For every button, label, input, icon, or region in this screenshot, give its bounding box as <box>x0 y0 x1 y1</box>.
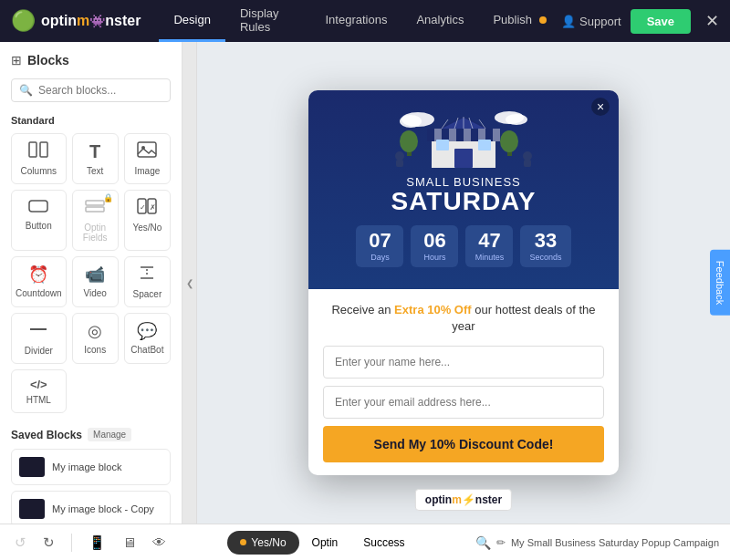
main-layout: ⊞ Blocks 🔍 Standard Columns T Text <box>0 42 730 524</box>
watermark-text: optinm⚡nster <box>425 493 502 506</box>
nav-tab-integrations[interactable]: Integrations <box>310 0 402 42</box>
watermark-inner: optinm⚡nster <box>415 489 512 511</box>
logo: 🟢 optinm👾nster <box>11 9 141 33</box>
saved-block-item-1[interactable]: My image block <box>11 449 171 485</box>
block-optin-fields[interactable]: 🔒 Optin Fields <box>72 190 119 251</box>
publish-dot <box>539 16 547 24</box>
popup-cta-button[interactable]: Send My 10% Discount Code! <box>323 426 604 462</box>
svg-rect-1 <box>40 142 47 157</box>
block-video[interactable]: 📹 Video <box>72 256 119 307</box>
svg-point-40 <box>523 151 532 161</box>
bottom-tab-yesno[interactable]: Yes/No <box>227 531 298 555</box>
block-countdown[interactable]: ⏰ Countdown <box>11 256 67 307</box>
popup-desc-after: our hottest deals of the year <box>452 303 595 333</box>
redo-button[interactable]: ↻ <box>39 531 58 555</box>
nav-tab-analytics[interactable]: Analytics <box>402 0 478 42</box>
chatbot-icon: 💬 <box>137 321 157 341</box>
html-icon: </> <box>30 378 47 391</box>
svg-rect-39 <box>478 140 491 150</box>
nav-tab-publish[interactable]: Publish <box>478 0 561 42</box>
svg-point-18 <box>506 114 527 125</box>
block-image[interactable]: Image <box>124 133 171 184</box>
svg-rect-2 <box>138 142 156 157</box>
spacer-icon <box>137 264 157 285</box>
countdown-minutes-label: Minutes <box>475 253 505 262</box>
popup-desc-highlight: Extra 10% Off <box>394 303 472 316</box>
saved-blocks-title: Saved Blocks <box>11 429 82 441</box>
yesno-dot <box>240 539 246 545</box>
sidebar-header: ⊞ Blocks <box>11 53 171 67</box>
feedback-tab[interactable]: Feedback <box>710 250 730 316</box>
block-icons-label: Icons <box>84 345 106 355</box>
popup-close-button[interactable]: × <box>591 98 610 116</box>
svg-text:✓: ✓ <box>140 203 146 212</box>
nav-tab-design[interactable]: Design <box>159 0 224 42</box>
popup-name-input[interactable] <box>323 346 604 379</box>
search-input[interactable] <box>38 84 162 97</box>
collapse-icon: ❮ <box>186 278 193 288</box>
countdown-days-num: 07 <box>369 231 391 251</box>
desktop-view-button[interactable]: 🖥 <box>119 531 140 554</box>
countdown-seconds-label: Seconds <box>529 253 561 262</box>
popup-body: Receive an Extra 10% Off our hottest dea… <box>308 289 619 475</box>
bottom-center-tabs: Yes/No Optin Success <box>170 531 475 555</box>
manage-button[interactable]: Manage <box>88 428 131 441</box>
countdown: 07 Days 06 Hours 47 Minutes 33 Seconds <box>327 225 600 267</box>
countdown-hours-label: Hours <box>423 253 445 262</box>
search-icon: 🔍 <box>19 84 33 97</box>
svg-rect-28 <box>478 129 485 141</box>
countdown-hours: 06 Hours <box>411 225 458 267</box>
yesno-icon: ✓✗ <box>137 198 157 219</box>
close-nav-button[interactable]: ✕ <box>705 11 719 31</box>
nav-right-actions: 👤 Support Save ✕ <box>561 9 719 34</box>
block-text-label: Text <box>87 166 103 176</box>
logo-text: optinm👾nster <box>41 13 141 29</box>
search-box[interactable]: 🔍 <box>11 78 171 102</box>
block-yesno-label: Yes/No <box>132 223 162 233</box>
saved-block-name-2: My image block - Copy <box>52 503 154 514</box>
countdown-days-label: Days <box>370 253 390 262</box>
lock-icon: 🔒 <box>103 193 113 202</box>
divider-icon <box>28 321 48 342</box>
svg-point-16 <box>400 115 422 128</box>
block-chatbot[interactable]: 💬 ChatBot <box>124 313 171 364</box>
bottom-tab-optin[interactable]: Optin <box>299 531 351 555</box>
saved-block-item-2[interactable]: My image block - Copy <box>11 491 171 524</box>
search-bottom-button[interactable]: 🔍 <box>475 535 491 550</box>
svg-rect-43 <box>396 160 403 167</box>
svg-rect-6 <box>86 207 104 212</box>
popup-email-input[interactable] <box>323 386 604 419</box>
save-button[interactable]: Save <box>631 9 691 34</box>
canvas-area: × <box>197 42 730 524</box>
block-html[interactable]: </> HTML <box>11 369 67 413</box>
block-button[interactable]: Button <box>11 190 67 251</box>
countdown-minutes-num: 47 <box>478 231 500 251</box>
bottom-tab-optin-label: Optin <box>312 536 339 549</box>
block-yesno[interactable]: ✓✗ Yes/No <box>124 190 171 251</box>
block-html-label: HTML <box>26 395 51 405</box>
saved-block-thumb-2 <box>19 499 45 519</box>
block-divider[interactable]: Divider <box>11 313 67 364</box>
mobile-view-button[interactable]: 📱 <box>85 531 110 555</box>
block-optin-fields-label: Optin Fields <box>77 223 114 243</box>
bottom-tab-success[interactable]: Success <box>350 531 417 555</box>
watermark: optinm⚡nster <box>415 489 512 511</box>
block-text[interactable]: T Text <box>72 133 119 184</box>
store-illustration <box>327 109 600 168</box>
video-icon: 📹 <box>85 264 105 285</box>
block-spacer[interactable]: Spacer <box>124 256 171 307</box>
svg-rect-37 <box>454 149 473 168</box>
nav-tab-display-rules[interactable]: Display Rules <box>225 0 311 42</box>
campaign-name-label: My Small Business Saturday Popup Campaig… <box>511 537 719 548</box>
block-columns[interactable]: Columns <box>11 133 67 184</box>
block-icons[interactable]: ◎ Icons <box>72 313 119 364</box>
countdown-seconds-num: 33 <box>535 231 557 251</box>
sidebar-collapse-handle[interactable]: ❮ <box>182 42 197 524</box>
bottom-left-tools: ↺ ↻ 📱 🖥 👁 <box>11 531 170 555</box>
bottom-bar: ↺ ↻ 📱 🖥 👁 Yes/No Optin Success 🔍 ✏ My Sm… <box>0 524 730 560</box>
popup-description: Receive an Extra 10% Off our hottest dea… <box>323 302 604 335</box>
undo-button[interactable]: ↺ <box>11 531 30 555</box>
popup-header: SMALL BUSINESS SATURDAY 07 Days 06 Hours… <box>308 90 619 289</box>
support-link[interactable]: 👤 Support <box>561 15 621 28</box>
preview-button[interactable]: 👁 <box>149 531 170 554</box>
